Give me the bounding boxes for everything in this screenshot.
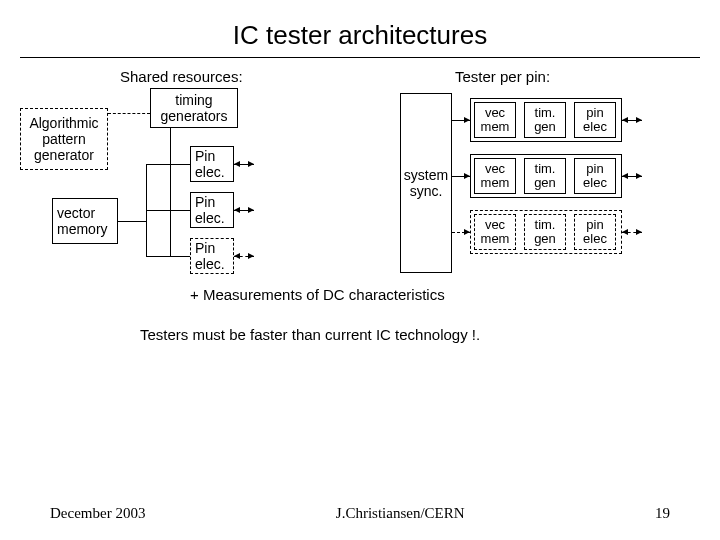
arrow-row2-r (636, 173, 642, 179)
bus-timing-v (170, 128, 171, 256)
footer-page: 19 (655, 505, 670, 522)
bus-vec-to-pin1 (146, 164, 190, 165)
bus-vec-to-pin3 (146, 256, 190, 257)
arrow-row3-r (636, 229, 642, 235)
box-system-sync: systemsync. (400, 93, 452, 273)
arrow-sync-row2 (464, 173, 470, 179)
arrow-pin3-r (248, 253, 254, 259)
footer-date: December 2003 (50, 505, 145, 522)
arrow-pin1-l (234, 161, 240, 167)
title-underline (20, 57, 700, 58)
arrow-pin2-l (234, 207, 240, 213)
row2-pinelec: pinelec (574, 158, 616, 194)
box-pin-elec-2: Pinelec. (190, 192, 234, 228)
arrow-pin3-l (234, 253, 240, 259)
row1-vecmem: vecmem (474, 102, 516, 138)
row2-timgen: tim.gen (524, 158, 566, 194)
arrow-sync-row3 (464, 229, 470, 235)
diagram-canvas: Shared resources: Algorithmicpatterngene… (20, 68, 700, 368)
note-speed: Testers must be faster than current IC t… (140, 326, 480, 343)
conn-alg-to-timing (108, 113, 150, 114)
note-dc: + Measurements of DC characteristics (190, 286, 445, 303)
arrow-row1-r (636, 117, 642, 123)
arrow-pin2-r (248, 207, 254, 213)
row1-timgen: tim.gen (524, 102, 566, 138)
box-timing-gen: timinggenerators (150, 88, 238, 128)
row3-pinelec: pinelec (574, 214, 616, 250)
footer-author: J.Christiansen/CERN (336, 505, 465, 522)
arrow-row2-l (622, 173, 628, 179)
box-pin-elec-3: Pinelec. (190, 238, 234, 274)
bus-vec-out (118, 221, 146, 222)
heading-shared: Shared resources: (120, 68, 243, 85)
arrow-pin1-r (248, 161, 254, 167)
arrow-row3-l (622, 229, 628, 235)
row2-vecmem: vecmem (474, 158, 516, 194)
page-title: IC tester architectures (0, 0, 720, 57)
row3-vecmem: vecmem (474, 214, 516, 250)
bus-vec-to-pin2 (146, 210, 190, 211)
row3-timgen: tim.gen (524, 214, 566, 250)
box-alg-pattern-gen: Algorithmicpatterngenerator (20, 108, 108, 170)
row1-pinelec: pinelec (574, 102, 616, 138)
arrow-row1-l (622, 117, 628, 123)
footer: December 2003 J.Christiansen/CERN 19 (0, 505, 720, 522)
box-vector-memory: vectormemory (52, 198, 118, 244)
box-pin-elec-1: Pinelec. (190, 146, 234, 182)
arrow-sync-row1 (464, 117, 470, 123)
heading-tester-per-pin: Tester per pin: (455, 68, 550, 85)
